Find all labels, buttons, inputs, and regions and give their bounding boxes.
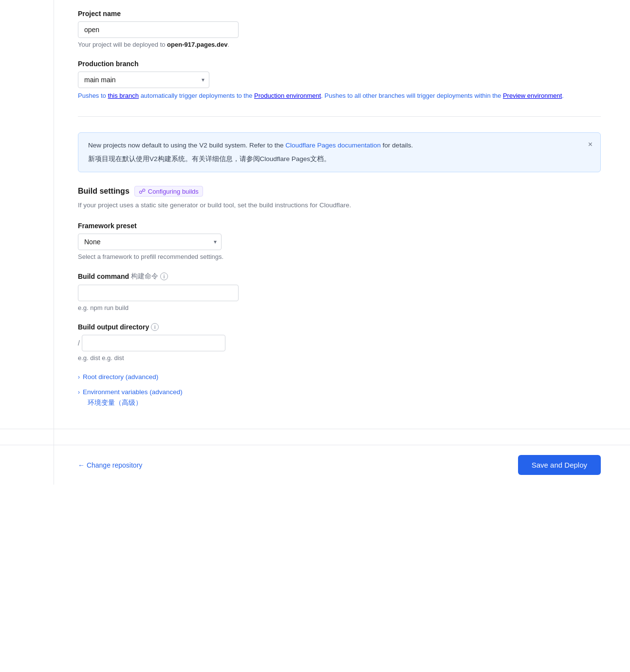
footer-bar: ← Change repository Save and Deploy: [0, 445, 630, 485]
production-branch-select-wrapper: main main ▾: [78, 72, 209, 88]
build-command-label: Build command 构建命令 i: [78, 272, 601, 281]
env-vars-cn-label: 环境变量（高级）: [88, 399, 601, 407]
framework-preset-label: Framework preset: [78, 222, 601, 230]
production-branch-label: Production branch: [78, 60, 601, 68]
build-command-input[interactable]: [78, 285, 239, 301]
framework-preset-select-wrapper: None React Vue Next.js Nuxt.js Angular G…: [78, 234, 222, 250]
build-settings-header: Build settings ☍ Configuring builds: [78, 186, 601, 197]
build-output-helper: e.g. dist e.g. dist: [78, 354, 601, 362]
framework-preset-select[interactable]: None React Vue Next.js Nuxt.js Angular G…: [78, 234, 222, 250]
build-output-section: Build output directory i / e.g. dist e.g…: [78, 323, 601, 362]
page-container: Project name Your project will be deploy…: [0, 0, 630, 485]
build-output-row: /: [78, 335, 601, 351]
configuring-builds-link[interactable]: ☍ Configuring builds: [134, 186, 203, 197]
save-and-deploy-button[interactable]: Save and Deploy: [518, 455, 601, 475]
env-vars-link[interactable]: › Environment variables (advanced): [78, 388, 601, 396]
left-border-decoration: [54, 0, 54, 485]
chevron-right-icon-2: ›: [78, 389, 80, 396]
build-output-label: Build output directory i: [78, 323, 601, 331]
banner-text-cn: 新项目现在默认使用V2构建系统。有关详细信息，请参阅Cloudflare Pag…: [88, 154, 591, 164]
root-directory-section: › Root directory (advanced): [78, 373, 601, 381]
project-deploy-info: Your project will be deployed to open-91…: [78, 41, 601, 48]
info-banner: × New projects now default to using the …: [78, 132, 601, 173]
build-settings-title: Build settings: [78, 187, 130, 196]
project-name-label: Project name: [78, 10, 601, 18]
divider-1: [78, 116, 601, 117]
build-settings-description: If your project uses a static site gener…: [78, 200, 601, 210]
production-branch-description: Pushes to this branch automatically trig…: [78, 91, 601, 101]
book-icon: ☍: [139, 187, 146, 195]
chevron-right-icon: ›: [78, 374, 80, 381]
production-branch-section: Production branch main main ▾ Pushes to …: [78, 60, 601, 101]
production-branch-select[interactable]: main main: [78, 72, 209, 88]
project-name-input[interactable]: [78, 21, 239, 38]
root-directory-link[interactable]: › Root directory (advanced): [78, 373, 601, 381]
project-name-section: Project name Your project will be deploy…: [78, 10, 601, 48]
divider-footer: [0, 429, 630, 429]
banner-close-button[interactable]: ×: [587, 140, 593, 149]
build-command-helper: e.g. npm run build: [78, 304, 601, 311]
banner-text-en: New projects now default to using the V2…: [88, 141, 591, 150]
content-area: Project name Your project will be deploy…: [0, 0, 630, 429]
build-settings-section: Build settings ☍ Configuring builds If y…: [78, 186, 601, 407]
change-repository-link[interactable]: ← Change repository: [78, 461, 142, 469]
env-vars-section: › Environment variables (advanced) 环境变量（…: [78, 388, 601, 407]
build-command-info-icon[interactable]: i: [160, 272, 168, 280]
build-command-section: Build command 构建命令 i e.g. npm run build: [78, 272, 601, 311]
slash-prefix: /: [78, 339, 80, 347]
framework-preset-helper: Select a framework to prefill recommende…: [78, 253, 601, 260]
framework-preset-section: Framework preset None React Vue Next.js …: [78, 222, 601, 260]
cloudflare-docs-link[interactable]: Cloudflare Pages documentation: [285, 142, 381, 149]
build-output-info-icon[interactable]: i: [151, 323, 159, 331]
build-output-input[interactable]: [82, 335, 225, 351]
